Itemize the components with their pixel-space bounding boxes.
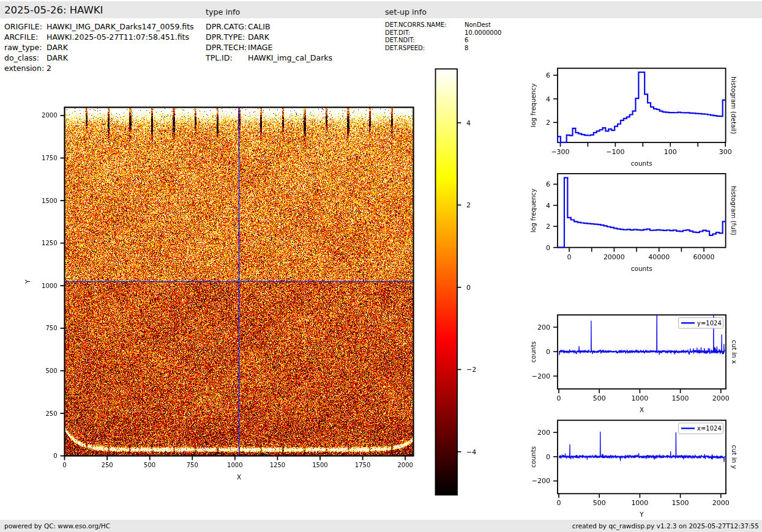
histogram-full-plot: 02000040000600000246countslog frequencyh… [529, 174, 738, 272]
cut-in-x-plot-y-tick-label: 0 [546, 348, 550, 356]
cut-in-x-plot-x-tick-label: 2000 [712, 394, 730, 402]
detector-y-tick-label: 750 [45, 325, 57, 331]
cut-in-y-plot-x-axis-label: Y [639, 511, 644, 518]
qc-report-page: 2025-05-26: HAWKI type info set-up info … [0, 0, 762, 532]
cut-in-y-plot-y-tick-label: 200 [537, 429, 550, 437]
cut-in-y-plot-y-tick-label: −200 [532, 477, 550, 485]
detector-y-tick-label: 0 [53, 453, 57, 459]
detector-x-tick-label: 0 [62, 462, 66, 468]
footer-right-text: created by qc_rawdisp.py v1.2.3 on 2025-… [572, 522, 759, 530]
detector-x-tick-label: 1250 [270, 462, 285, 468]
colorbar-tick-label: −2 [466, 366, 476, 374]
histogram-full-plot-y-axis-label: log frequency [529, 188, 537, 232]
detector-x-tick-label: 500 [144, 462, 155, 468]
colorbar-tick-label: 4 [466, 119, 471, 127]
cut-in-x-plot-y-tick-label: −200 [532, 372, 550, 380]
cut-in-y-plot-x-tick-label: 1000 [631, 499, 648, 507]
histogram-detail-plot: −300−100100300246countslog frequencyhist… [529, 68, 738, 167]
histogram-detail-plot-y-tick-label: 4 [546, 95, 550, 103]
histogram-full-plot-axes-frame [558, 174, 726, 248]
detector-y-tick-label: 1000 [42, 283, 57, 289]
histogram-full-plot-y-tick-label: 0 [546, 244, 550, 252]
colorbar-gradient [436, 69, 458, 495]
colorbar-tick-label: 2 [466, 201, 471, 209]
footer-left-text: powered by QC: www.eso.org/HC [4, 522, 110, 530]
cut-in-y-plot-x-tick-label: 500 [593, 499, 606, 507]
detector-x-tick-label: 1000 [227, 462, 242, 468]
histogram-full-plot-x-tick-label: 60000 [693, 253, 715, 261]
colorbar-tick-label: 0 [466, 284, 471, 292]
histogram-detail-plot-x-tick-label: −300 [551, 148, 569, 156]
cut-in-x-plot-x-axis-label: X [640, 406, 644, 413]
cut-in-y-plot-x-tick-label: 2000 [712, 499, 730, 507]
cut-in-x-plot-legend: y=1024 [679, 317, 723, 328]
detector-y-tick-label: 2000 [42, 112, 57, 119]
cut-in-y-plot-y-axis-label: counts [529, 446, 537, 468]
detector-x-tick-label: 1500 [312, 462, 327, 468]
detector-x-tick-label: 1750 [355, 462, 370, 468]
detector-y-tick-label: 1500 [42, 198, 57, 204]
histogram-full-plot-x-tick-label: 40000 [648, 253, 670, 261]
cut-in-y-plot-x-tick-label: 0 [556, 499, 561, 507]
histogram-detail-plot-right-label: histogram (detail) [730, 76, 738, 134]
histogram-detail-plot-curve [558, 72, 726, 142]
histogram-full-plot-curve [558, 178, 726, 248]
cut-in-x-plot-x-tick-label: 1000 [631, 394, 648, 402]
cut-in-y-plot-right-label: cut in y [731, 445, 738, 469]
cut-in-x-plot: 0500100015002000−2000200Xcountscut in xy… [529, 309, 738, 413]
histogram-full-plot-y-tick-label: 4 [546, 202, 550, 210]
cut-in-x-plot-x-tick-label: 0 [556, 394, 561, 402]
histogram-full-plot-x-tick-label: 20000 [603, 253, 625, 261]
detector-y-tick-label: 1750 [42, 155, 57, 161]
cut-in-x-plot-curve [559, 309, 725, 355]
cut-in-x-plot-y-tick-label: 200 [537, 323, 550, 331]
detector-y-tick-label: 1250 [42, 240, 57, 246]
detector-plot: 0250500750100012501500175020000250500750… [24, 108, 414, 481]
cut-in-y-plot-legend: x=1024 [679, 423, 723, 434]
histogram-full-plot-y-tick-label: 2 [546, 223, 550, 231]
cut-in-x-plot-legend-label: y=1024 [697, 320, 722, 327]
cut-in-y-plot-curve [559, 432, 725, 462]
histogram-detail-plot-axes-frame [558, 68, 726, 142]
histogram-detail-plot-x-tick-label: 300 [719, 148, 732, 156]
detector-y-tick-label: 250 [45, 410, 57, 417]
detector-x-tick-label: 250 [102, 462, 113, 468]
histogram-detail-plot-x-tick-label: −100 [606, 148, 624, 156]
histogram-detail-plot-y-tick-label: 6 [546, 72, 550, 79]
detector-x-axis-label: X [237, 473, 241, 481]
histogram-detail-plot-y-tick-label: 2 [546, 119, 550, 127]
cut-in-x-plot-x-tick-label: 500 [593, 394, 606, 402]
colorbar: 420−2−4 [436, 69, 477, 495]
cut-in-y-plot-y-tick-label: 0 [546, 453, 550, 461]
histogram-full-plot-x-axis-label: counts [631, 265, 652, 272]
detector-x-tick-label: 2000 [397, 462, 413, 468]
histogram-detail-plot-x-tick-label: 100 [664, 148, 677, 156]
figure-overlay: 0250500750100012501500175020000250500750… [0, 0, 762, 532]
colorbar-tick-label: −4 [466, 448, 476, 456]
detector-x-tick-label: 750 [187, 462, 198, 468]
histogram-full-plot-x-tick-label: 0 [567, 253, 572, 261]
histogram-full-plot-y-tick-label: 6 [546, 180, 550, 188]
histogram-detail-plot-y-axis-label: log frequency [529, 83, 537, 127]
cut-in-y-plot: 0500100015002000−2000200Ycountscut in yx… [529, 420, 738, 518]
cut-in-x-plot-right-label: cut in x [731, 340, 738, 364]
cut-in-y-plot-legend-label: x=1024 [697, 425, 722, 432]
histogram-detail-plot-x-axis-label: counts [631, 160, 652, 167]
detector-y-axis-label: Y [24, 279, 31, 284]
cut-in-x-plot-x-tick-label: 1500 [672, 394, 689, 402]
cut-in-y-plot-x-tick-label: 1500 [672, 499, 689, 507]
histogram-full-plot-right-label: histogram (full) [730, 186, 738, 235]
detector-y-tick-label: 500 [45, 368, 57, 374]
cut-in-x-plot-y-axis-label: counts [529, 341, 537, 363]
